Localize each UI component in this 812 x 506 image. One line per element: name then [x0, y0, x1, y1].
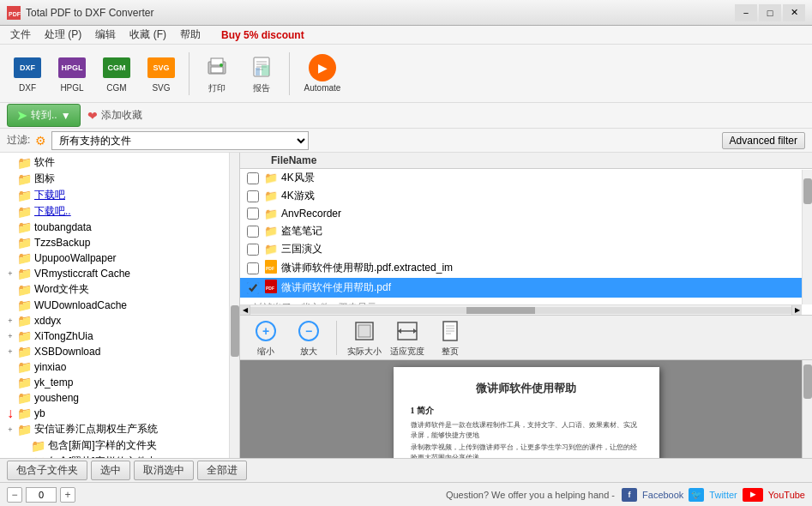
file-item-sanguo[interactable]: 📁 三国演义 [240, 240, 802, 258]
expander-icon[interactable] [3, 156, 17, 170]
tree-scrollbar[interactable] [229, 153, 239, 458]
actual-size-button[interactable]: 实际大小 [346, 318, 383, 358]
tree-item-icons[interactable]: 📁 图标 [0, 171, 239, 187]
expander-icon[interactable] [3, 251, 17, 265]
file-item-anvrecorder[interactable]: 📁 AnvRecorder [240, 205, 802, 222]
dxf-icon: DXF [14, 54, 41, 81]
expander-icon[interactable] [3, 298, 17, 312]
fit-width-button[interactable]: 适应宽度 [388, 318, 426, 358]
svg-rect-4 [211, 67, 223, 73]
expander-icon[interactable] [3, 391, 17, 405]
filelist-scrollbar-h[interactable]: ◀ ▶ [240, 304, 802, 315]
expander-icon[interactable]: + [3, 329, 17, 343]
expander-icon[interactable]: + [3, 267, 17, 280]
expander-icon[interactable] [3, 220, 17, 234]
tree-item-yktemp[interactable]: 📁 yk_temp [0, 375, 239, 390]
advanced-filter-button[interactable]: Advanced filter [722, 132, 805, 149]
file-checkbox[interactable] [247, 190, 259, 202]
tool-report[interactable]: 报告 [241, 50, 282, 98]
tree-item-wudownload[interactable]: 📁 WUDownloadCache [0, 298, 239, 313]
tool-automate[interactable]: ▶ Automate [297, 50, 348, 98]
tree-item-toubangdata[interactable]: 📁 toubangdata [0, 220, 239, 235]
tree-item-yousheng[interactable]: 📁 yousheng [0, 390, 239, 406]
convert-button[interactable]: ➤ 转到.. ▼ [7, 104, 81, 127]
facebook-label[interactable]: Facebook [642, 490, 683, 500]
hscroll-left-btn[interactable]: ◀ [240, 305, 250, 316]
twitter-label[interactable]: Twitter [709, 490, 737, 500]
deselect-button[interactable]: 取消选中 [134, 461, 194, 480]
zoom-in-button[interactable]: + 缩小 [247, 318, 285, 358]
tree-item-vrmystic[interactable]: + 📁 VRmysticcraft Cache [0, 266, 239, 281]
expander-icon[interactable]: + [3, 314, 17, 328]
zoom-decrease-button[interactable]: − [7, 487, 22, 503]
tree-item-download1[interactable]: 📁 下载吧 [0, 187, 239, 203]
expander-icon[interactable]: + [3, 345, 17, 358]
expander-icon[interactable] [3, 376, 17, 389]
select-all-button[interactable]: 全部进 [197, 461, 247, 480]
youtube-label[interactable]: YouTube [768, 490, 805, 500]
filelist-scrollbar-v[interactable] [802, 170, 812, 304]
full-page-button[interactable]: 整页 [431, 318, 469, 358]
menu-file[interactable]: 文件 [3, 26, 38, 44]
file-item-daobi[interactable]: 📁 盗笔笔记 [240, 222, 802, 240]
tree-label: 下载吧.. [34, 204, 71, 219]
tree-item-photofolder[interactable]: 📁 包含[照片]字样的文件夹 [0, 454, 239, 458]
zoom-out-button[interactable]: − 放大 [290, 318, 328, 358]
zoom-out-label: 放大 [300, 346, 317, 358]
hscroll-right-btn[interactable]: ▶ [791, 305, 802, 316]
tool-dxf[interactable]: DXF DXF [7, 50, 48, 98]
tool-cgm[interactable]: CGM CGM [96, 50, 137, 98]
tree-item-upupoo[interactable]: 📁 UpupooWallpaper [0, 250, 239, 266]
help-message: Question? We offer you a helping hand - [446, 490, 615, 500]
filter-select[interactable]: 所有支持的文件 [51, 131, 309, 150]
include-subfolders-button[interactable]: 包含子文件夹 [7, 461, 87, 480]
file-item-4k-scenery[interactable]: 📁 4K风景 [240, 169, 802, 187]
expander-icon[interactable] [3, 205, 17, 219]
tree-item-yb[interactable]: 📁 yb ↓ [0, 406, 239, 421]
zoom-value-input[interactable] [26, 487, 57, 503]
select-button[interactable]: 选中 [91, 461, 130, 480]
expander-icon[interactable] [3, 172, 17, 186]
file-checkbox[interactable] [247, 208, 259, 220]
expander-icon[interactable] [17, 439, 31, 453]
tree-item-xddyx[interactable]: + 📁 xddyx [0, 313, 239, 328]
tool-svg[interactable]: SVG SVG [141, 50, 182, 98]
zoom-increase-button[interactable]: + [60, 487, 75, 503]
file-item-pdf-extracted[interactable]: PDF 微讲师软件使用帮助.pdf.extracted_im [240, 258, 802, 278]
expander-icon[interactable] [3, 283, 17, 297]
menu-favorites[interactable]: 收藏 (F) [123, 26, 173, 44]
menu-help[interactable]: 帮助 [173, 26, 208, 44]
file-checkbox[interactable] [247, 244, 259, 256]
expander-icon[interactable] [17, 455, 31, 459]
tree-item-download2[interactable]: 📁 下载吧.. [0, 203, 239, 220]
minimize-button[interactable]: − [735, 4, 757, 21]
maximize-button[interactable]: □ [759, 4, 781, 21]
close-button[interactable]: ✕ [783, 4, 805, 21]
tree-item-yinxiao[interactable]: 📁 yinxiao [0, 359, 239, 375]
file-checkbox[interactable] [247, 172, 259, 184]
expander-icon[interactable] [3, 236, 17, 250]
tree-item-xsb[interactable]: + 📁 XSBDownload [0, 344, 239, 359]
tree-item-azxin[interactable]: + 📁 安信证券汇点期权生产系统 [0, 421, 239, 437]
file-checkbox[interactable] [247, 262, 259, 274]
menu-edit[interactable]: 编辑 [88, 26, 123, 44]
bookmark-button[interactable]: ❤ 添加收藏 [87, 108, 142, 123]
tree-item-software[interactable]: 📁 软件 [0, 154, 239, 171]
expander-icon[interactable] [3, 360, 17, 374]
tool-hpgl[interactable]: HPGL HPGL [51, 50, 93, 98]
tree-item-newsfolder[interactable]: 📁 包含[新闻]字样的文件夹 [0, 437, 239, 454]
menu-process[interactable]: 处理 (P) [38, 26, 88, 44]
file-item-4k-game[interactable]: 📁 4K游戏 [240, 187, 802, 205]
menu-discount[interactable]: Buy 5% discount [214, 27, 311, 43]
expander-icon[interactable] [3, 189, 17, 202]
expander-icon[interactable]: + [3, 423, 17, 437]
file-checkbox[interactable] [247, 282, 259, 294]
file-checkbox[interactable] [247, 226, 259, 238]
tool-print[interactable]: 打印 [196, 50, 238, 98]
tree-item-word[interactable]: 📁 Word文件夹 [0, 281, 239, 298]
preview-scrollbar[interactable] [802, 360, 812, 458]
tree-item-xitong[interactable]: + 📁 XiTongZhUia [0, 328, 239, 344]
tree-item-tzzsbackup[interactable]: 📁 TzzsBackup [0, 235, 239, 250]
file-list-content[interactable]: 📁 4K风景 📁 4K游戏 📁 AnvRecorder 📁 盗笔笔记 [240, 169, 812, 315]
file-item-pdf-selected[interactable]: PDF 微讲师软件使用帮助.pdf [240, 278, 802, 298]
